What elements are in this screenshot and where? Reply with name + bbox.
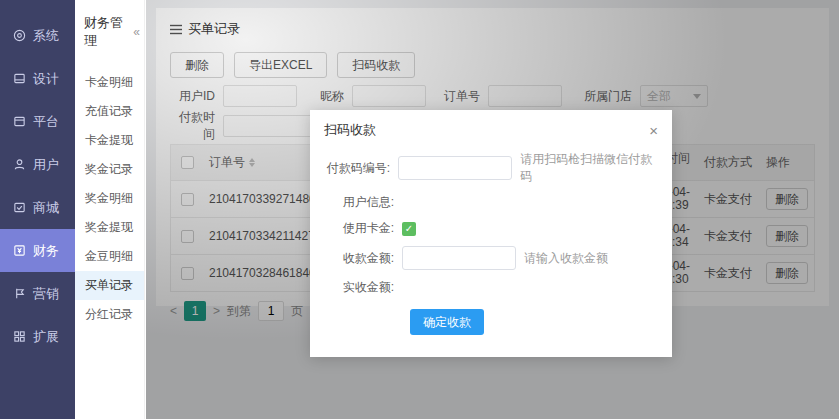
row-delete-button[interactable]: 删除 — [766, 262, 808, 284]
user-id-input[interactable] — [223, 85, 297, 107]
actual-amount-label: 实收金额: — [326, 279, 402, 296]
order-no-cell: 21041703392714801 — [203, 192, 311, 206]
col-action: 操作 — [766, 154, 790, 171]
extension-icon — [13, 330, 26, 343]
sidebar-item-extension[interactable]: 扩展 — [0, 315, 75, 358]
goto-label: 到第 — [227, 303, 251, 320]
collapse-icon[interactable]: « — [133, 25, 140, 39]
store-select[interactable]: 全部 — [640, 85, 708, 107]
submenu-item-bonus-detail[interactable]: 奖金明细 — [75, 184, 144, 213]
pay-method-cell: 卡金支付 — [698, 265, 760, 282]
dialog-title: 扫码收款 — [324, 121, 376, 139]
store-select-value: 全部 — [647, 88, 671, 105]
amount-label: 收款金额: — [326, 250, 402, 267]
next-page-icon[interactable]: > — [213, 304, 220, 318]
order-no-cell: 21041703342114276 — [203, 229, 311, 243]
close-icon[interactable]: × — [649, 123, 658, 138]
list-icon — [170, 24, 182, 35]
finance-icon — [13, 244, 26, 257]
platform-icon — [13, 115, 26, 128]
primary-sidebar: 系统 设计 平台 用户 商城 财务 营销 扩展 — [0, 0, 75, 419]
submenu-item-pay-record[interactable]: 买单记录 — [75, 271, 144, 300]
amount-input[interactable] — [402, 246, 516, 270]
export-excel-button[interactable]: 导出EXCEL — [234, 52, 327, 78]
row-delete-button[interactable]: 删除 — [766, 225, 808, 247]
user-id-label: 用户ID — [170, 88, 223, 105]
row-delete-button[interactable]: 删除 — [766, 188, 808, 210]
sidebar-item-label: 系统 — [33, 27, 59, 45]
pay-method-cell: 卡金支付 — [698, 228, 760, 245]
use-card-label: 使用卡金: — [326, 220, 402, 237]
page-title: 买单记录 — [188, 20, 240, 38]
sidebar-item-users[interactable]: 用户 — [0, 143, 75, 186]
marketing-icon — [13, 287, 26, 300]
submenu-item-bean-detail[interactable]: 金豆明细 — [75, 242, 144, 271]
order-no-input[interactable] — [488, 85, 562, 107]
sidebar-item-label: 设计 — [33, 70, 59, 88]
row-checkbox[interactable] — [181, 193, 194, 206]
order-no-label: 订单号 — [426, 88, 488, 105]
row-checkbox[interactable] — [181, 230, 194, 243]
sidebar-item-label: 平台 — [33, 113, 59, 131]
sidebar-item-mall[interactable]: 商城 — [0, 186, 75, 229]
submenu-item-card-detail[interactable]: 卡金明细 — [75, 68, 144, 97]
sidebar-item-label: 商城 — [33, 199, 59, 217]
submenu-item-dividend[interactable]: 分红记录 — [75, 300, 144, 329]
submenu-item-recharge[interactable]: 充值记录 — [75, 97, 144, 126]
submenu-list: 卡金明细 充值记录 卡金提现 奖金记录 奖金明细 奖金提现 金豆明细 买单记录 … — [75, 68, 144, 329]
col-order-no: 订单号 — [209, 154, 245, 171]
row-checkbox[interactable] — [181, 267, 194, 280]
col-pay-method: 付款方式 — [704, 154, 752, 171]
pay-code-label: 付款码编号: — [326, 160, 398, 177]
gear-icon — [13, 29, 26, 42]
amount-hint: 请输入收款金额 — [524, 250, 608, 267]
users-icon — [13, 158, 26, 171]
nickname-input[interactable] — [352, 85, 426, 107]
chevron-down-icon — [693, 94, 701, 99]
secondary-sidebar: 财务管理 « 卡金明细 充值记录 卡金提现 奖金记录 奖金明细 奖金提现 金豆明… — [75, 0, 145, 419]
pay-code-input[interactable] — [398, 156, 512, 180]
design-icon — [13, 72, 26, 85]
submenu-item-card-withdraw[interactable]: 卡金提现 — [75, 126, 144, 155]
prev-page-icon[interactable]: < — [170, 304, 177, 318]
sidebar-item-system[interactable]: 系统 — [0, 14, 75, 57]
scan-pay-button[interactable]: 扫码收款 — [337, 52, 415, 78]
delete-button[interactable]: 删除 — [170, 52, 224, 78]
sidebar-item-label: 财务 — [33, 242, 59, 260]
sidebar-item-label: 营销 — [33, 285, 59, 303]
app-window: 系统 设计 平台 用户 商城 财务 营销 扩展 — [0, 0, 839, 419]
sidebar-item-label: 用户 — [33, 156, 59, 174]
submenu-item-bonus-withdraw[interactable]: 奖金提现 — [75, 213, 144, 242]
select-all-checkbox[interactable] — [181, 156, 194, 169]
nickname-label: 昵称 — [297, 88, 352, 105]
sidebar-item-platform[interactable]: 平台 — [0, 100, 75, 143]
order-no-cell: 21041703284618401 — [203, 266, 311, 280]
mall-icon — [13, 201, 26, 214]
page-unit-label: 页 — [291, 303, 303, 320]
current-page-button[interactable]: 1 — [184, 301, 206, 321]
user-info-label: 用户信息: — [326, 194, 402, 211]
scan-pay-dialog: 扫码收款 × 付款码编号: 请用扫码枪扫描微信付款码 用户信息: 使用卡金: ✓… — [310, 110, 672, 357]
sidebar-item-finance[interactable]: 财务 — [0, 229, 75, 272]
pay-time-label: 付款时间 — [170, 109, 223, 143]
sidebar-item-design[interactable]: 设计 — [0, 57, 75, 100]
sort-icon[interactable] — [249, 158, 255, 167]
use-card-checkbox[interactable]: ✓ — [402, 222, 416, 236]
sidebar-item-marketing[interactable]: 营销 — [0, 272, 75, 315]
submenu-item-bonus-record[interactable]: 奖金记录 — [75, 155, 144, 184]
pay-code-hint: 请用扫码枪扫描微信付款码 — [520, 151, 656, 185]
goto-page-input[interactable] — [258, 301, 284, 321]
pay-method-cell: 卡金支付 — [698, 191, 760, 208]
confirm-pay-button[interactable]: 确定收款 — [410, 309, 484, 335]
submenu-title: 财务管理 — [84, 14, 133, 50]
store-label: 所属门店 — [562, 88, 640, 105]
sidebar-item-label: 扩展 — [33, 328, 59, 346]
